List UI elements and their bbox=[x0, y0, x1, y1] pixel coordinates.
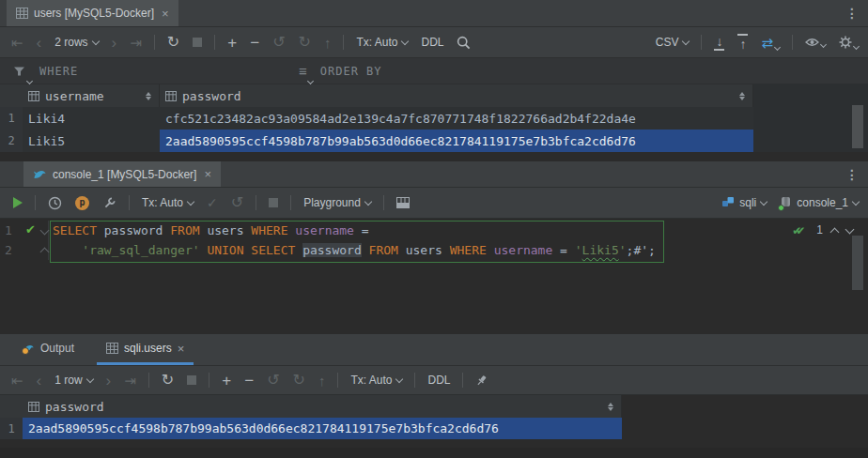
close-icon[interactable] bbox=[178, 342, 185, 356]
submit-button[interactable] bbox=[318, 374, 326, 388]
grid-vertical-scrollbar[interactable] bbox=[852, 105, 863, 148]
editor-vertical-scrollbar[interactable] bbox=[852, 236, 863, 290]
where-placeholder: WHERE bbox=[39, 65, 78, 78]
fold-marker-icon[interactable] bbox=[40, 226, 50, 236]
previous-page-button[interactable] bbox=[37, 373, 42, 389]
tx-mode-selector[interactable]: Tx: Auto bbox=[350, 374, 402, 386]
next-page-button[interactable] bbox=[106, 373, 112, 389]
order-by-field[interactable]: ORDER BY bbox=[299, 58, 382, 84]
delete-row-button[interactable] bbox=[250, 35, 259, 51]
commit-button[interactable] bbox=[207, 196, 218, 209]
tab-options-menu[interactable] bbox=[845, 161, 859, 187]
add-row-button[interactable] bbox=[222, 373, 231, 389]
table-row[interactable]: 1 2aad5890595ccf4598b787b99ab563d0d66ec8… bbox=[0, 418, 622, 439]
sort-toggle[interactable] bbox=[739, 92, 745, 100]
reload-data-button[interactable] bbox=[167, 35, 179, 50]
clock-icon bbox=[48, 196, 62, 210]
code-token bbox=[487, 243, 494, 257]
redo-button[interactable] bbox=[293, 373, 305, 388]
view-options-button[interactable] bbox=[805, 38, 826, 47]
tab-options-menu[interactable] bbox=[845, 0, 859, 26]
first-page-button[interactable] bbox=[11, 374, 23, 388]
output-badge bbox=[22, 347, 29, 355]
redo-button[interactable] bbox=[299, 35, 311, 50]
tab-console-1[interactable]: console_1 [MySQL5-Docker] bbox=[23, 161, 221, 187]
import-data-button[interactable] bbox=[737, 34, 748, 51]
revert-button[interactable] bbox=[267, 373, 279, 388]
schema-selector[interactable]: sqli bbox=[721, 196, 767, 209]
line-number: 2 bbox=[5, 243, 12, 257]
sort-toggle[interactable] bbox=[146, 92, 151, 100]
grid-corner-cell[interactable] bbox=[0, 84, 23, 107]
separator bbox=[209, 373, 209, 388]
previous-problem-button[interactable] bbox=[830, 227, 840, 237]
history-button[interactable] bbox=[48, 196, 62, 210]
delete-row-button[interactable] bbox=[244, 373, 254, 389]
add-row-button[interactable] bbox=[227, 35, 237, 51]
tab-output[interactable]: Output bbox=[13, 334, 84, 365]
code-token: users bbox=[207, 223, 251, 237]
ddl-button[interactable]: DDL bbox=[421, 37, 443, 48]
output-layout-button[interactable] bbox=[396, 197, 410, 208]
splitter[interactable] bbox=[0, 152, 868, 161]
submit-button[interactable] bbox=[324, 36, 332, 50]
next-page-button[interactable] bbox=[112, 35, 117, 51]
tab-sqli-users[interactable]: sqli.users bbox=[97, 334, 194, 365]
cell-username[interactable]: Liki4 bbox=[23, 107, 160, 130]
table-row[interactable]: 2 Liki5 2aad5890595ccf4598b787b99ab563d0… bbox=[0, 130, 753, 152]
code-line[interactable]: SELECT password FROM users WHERE usernam… bbox=[53, 221, 369, 240]
rollback-button[interactable] bbox=[231, 195, 243, 210]
settings-button[interactable] bbox=[839, 36, 859, 49]
cell-password[interactable]: cfc521c23482ac93a09584ad2e139c4a7fc87077… bbox=[160, 107, 753, 130]
chevron-down-icon bbox=[682, 37, 690, 44]
search-button[interactable] bbox=[457, 36, 471, 50]
where-filter-field[interactable]: WHERE bbox=[13, 58, 78, 84]
export-format-selector[interactable]: CSV bbox=[656, 37, 690, 48]
last-page-button[interactable] bbox=[124, 374, 136, 388]
output-grid-icon bbox=[396, 197, 410, 208]
code-line[interactable]: 'raw_sql_danger' UNION SELECT password F… bbox=[53, 240, 656, 260]
parameters-button[interactable]: p bbox=[75, 196, 89, 210]
column-header-username[interactable]: username bbox=[23, 84, 160, 107]
pin-tab-button[interactable] bbox=[475, 374, 488, 387]
reload-data-button[interactable] bbox=[162, 373, 174, 388]
close-icon[interactable] bbox=[162, 7, 169, 21]
execute-button[interactable] bbox=[13, 197, 23, 208]
previous-page-button[interactable] bbox=[37, 35, 42, 51]
export-data-button[interactable] bbox=[714, 34, 724, 51]
tab-bar-spacer bbox=[0, 334, 13, 365]
stop-button[interactable] bbox=[187, 375, 196, 385]
revert-button[interactable] bbox=[272, 35, 285, 50]
cell-username[interactable]: Liki5 bbox=[23, 130, 160, 152]
order-by-placeholder: ORDER BY bbox=[320, 65, 382, 78]
column-header-password[interactable]: password bbox=[160, 84, 753, 107]
cell-password-selected[interactable]: 2aad5890595ccf4598b787b99ab563d0d66ec821… bbox=[160, 130, 753, 152]
separator bbox=[129, 195, 130, 210]
sort-toggle[interactable] bbox=[608, 403, 613, 411]
last-page-button[interactable] bbox=[130, 36, 142, 50]
compare-button[interactable] bbox=[761, 36, 780, 50]
ddl-button[interactable]: DDL bbox=[427, 374, 450, 386]
page-size-selector[interactable]: 1 row bbox=[54, 374, 92, 386]
stop-button[interactable] bbox=[269, 198, 278, 207]
sql-editor[interactable]: 1 2 SELECT password FROM users WHERE use… bbox=[0, 219, 868, 334]
console-settings-button[interactable] bbox=[102, 196, 116, 210]
tx-mode-selector[interactable]: Tx: Auto bbox=[356, 37, 408, 48]
tab-users-grid[interactable]: users [MySQL5-Docker] bbox=[7, 0, 178, 26]
first-page-button[interactable] bbox=[11, 36, 23, 50]
playground-mode-selector[interactable]: Playground bbox=[303, 197, 371, 208]
cell-password-selected[interactable]: 2aad5890595ccf4598b787b99ab563d0d66ec821… bbox=[23, 418, 622, 439]
grid-corner-cell[interactable] bbox=[0, 395, 23, 418]
fold-marker-icon[interactable] bbox=[40, 248, 50, 257]
tab-label: sqli.users bbox=[124, 342, 172, 355]
column-header-password[interactable]: password bbox=[23, 395, 622, 418]
tx-mode-selector[interactable]: Tx: Auto bbox=[142, 197, 194, 208]
connected-dot bbox=[778, 205, 784, 211]
page-size-selector[interactable]: 2 rows bbox=[54, 37, 98, 48]
close-icon[interactable] bbox=[204, 167, 211, 181]
stop-button[interactable] bbox=[193, 38, 202, 47]
next-problem-button[interactable] bbox=[845, 224, 855, 234]
table-row[interactable]: 1 Liki4 cfc521c23482ac93a09584ad2e139c4a… bbox=[0, 107, 753, 130]
session-selector[interactable]: console_1 bbox=[780, 196, 859, 209]
search-icon bbox=[457, 36, 471, 50]
